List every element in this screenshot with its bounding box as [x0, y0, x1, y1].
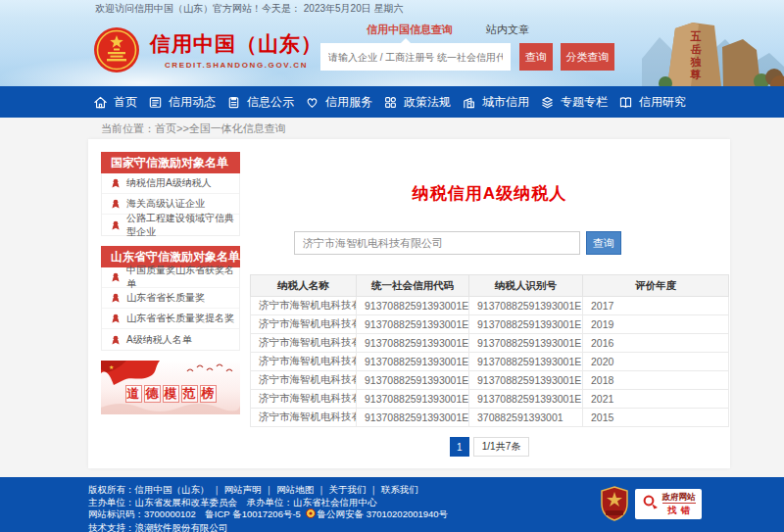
category-search-button[interactable]: 分类查询	[561, 43, 614, 71]
table-cell: 91370882591393001E	[469, 353, 583, 371]
nav-label: 政策法规	[404, 94, 451, 111]
header-search-button[interactable]: 查询	[519, 43, 553, 71]
site-header: 五 岳 独 尊 信用中国（山东） CREDIT.SHANDONG.GOV	[0, 18, 784, 86]
heart-icon	[305, 95, 319, 110]
nav-item-service[interactable]: 信用服务	[305, 94, 372, 111]
footer-separator: ｜	[265, 484, 273, 495]
nav-item-home[interactable]: 首页	[93, 94, 137, 111]
sidebar-link[interactable]: 纳税信用A级纳税人	[102, 173, 239, 194]
table-row: 济宁市海智机电科技有限公司91370882591393001E370882591…	[251, 409, 729, 427]
medal-icon	[111, 335, 121, 345]
column-header: 纳税人识别号	[469, 275, 583, 297]
table-cell: 济宁市海智机电科技有限公司	[251, 315, 357, 334]
search-tab-site-articles[interactable]: 站内文章	[486, 23, 529, 37]
sidebar-link[interactable]: 中国质量奖山东省获奖名单	[102, 267, 239, 288]
nav-item-city[interactable]: 城市信用	[462, 94, 529, 111]
site-domain: CREDIT.SHANDONG.GOV.CN	[150, 61, 322, 70]
moral-model-banner[interactable]: ★ 道德模范榜	[101, 361, 240, 414]
pagination: 1 1/1共7条	[250, 437, 729, 457]
medal-icon	[111, 220, 121, 230]
nav-item-news[interactable]: 信用动态	[148, 94, 216, 111]
table-row: 济宁市海智机电科技有限公司91370882591393001E913708825…	[251, 353, 729, 371]
copyright-text: 版权所有：信用中国（山东）	[88, 484, 210, 495]
footer-link[interactable]: 联系我们	[381, 484, 418, 495]
nav-item-policy[interactable]: 政策法规	[383, 94, 451, 111]
nav-item-research[interactable]: 信用研究	[618, 94, 686, 111]
government-shield-icon[interactable]	[600, 486, 629, 525]
company-search-input[interactable]	[294, 231, 580, 255]
footer-link[interactable]: 关于我们	[328, 484, 366, 495]
page-number-button[interactable]: 1	[450, 437, 469, 457]
icp-number: 鲁ICP 备10017206号-5	[205, 508, 301, 519]
table-cell: 济宁市海智机电科技有限公司	[251, 371, 357, 390]
page-title: 纳税信用A级纳税人	[250, 182, 729, 205]
main-nav: 首页信用动态信息公示信用服务政策法规城市信用专题专栏信用研究	[0, 86, 784, 118]
police-number: 鲁公网安备 37010202001940号	[318, 508, 449, 519]
footer-link[interactable]: 网站声明	[224, 484, 262, 495]
table-cell: 2016	[583, 334, 729, 353]
query-button[interactable]: 查询	[586, 231, 621, 255]
search-row: 查询 分类查询	[320, 43, 619, 71]
sidebar-link-label: A级纳税人名单	[126, 333, 192, 347]
table-cell: 91370882591393001E	[469, 390, 583, 409]
sidebar-link[interactable]: 山东省省长质量奖	[102, 288, 239, 309]
police-badge-icon	[306, 508, 316, 522]
breadcrumb-home-link[interactable]: 首页	[155, 122, 176, 134]
search-tabs: 信用中国信息查询站内文章	[320, 21, 619, 38]
header-search-input[interactable]	[320, 43, 511, 71]
brand[interactable]: 信用中国（山东） CREDIT.SHANDONG.GOV.CN	[93, 26, 322, 73]
nav-label: 城市信用	[482, 94, 529, 111]
table-cell: 2018	[583, 371, 729, 390]
content-region: 国家守信激励对象名单纳税信用A级纳税人海关高级认证企业公路工程建设领域守信典型企…	[0, 139, 784, 477]
nav-label: 信用动态	[169, 94, 216, 111]
sidebar-section-title-national-incentive: 国家守信激励对象名单	[101, 152, 240, 173]
footer-separator: ｜	[213, 484, 221, 495]
svg-text:★: ★	[109, 364, 114, 370]
sidebar-link[interactable]: 山东省省长质量奖提名奖	[102, 309, 239, 329]
table-cell: 91370882591393001E	[469, 315, 583, 334]
table-row: 济宁市海智机电科技有限公司91370882591393001E913708825…	[251, 297, 729, 315]
table-row: 济宁市海智机电科技有限公司91370882591393001E913708825…	[251, 371, 729, 390]
book-icon	[618, 95, 633, 110]
breadcrumb: 当前位置：首页>>全国一体化信息查询	[0, 118, 784, 139]
footer-link[interactable]: 网站地图	[276, 484, 314, 495]
footer-separator: ｜	[317, 484, 325, 495]
svg-text:五: 五	[690, 30, 702, 42]
site-code: 网站标识码：3700000102	[88, 508, 196, 519]
magnifier-icon	[642, 494, 659, 514]
column-header: 统一社会信用代码	[357, 275, 469, 297]
sidebar-link-label: 中国质量奖山东省获奖名单	[126, 264, 239, 291]
table-row: 济宁市海智机电科技有限公司91370882591393001E913708825…	[251, 334, 729, 353]
header-search-area: 信用中国信息查询站内文章 查询 分类查询	[320, 21, 619, 71]
footer-separator: ｜	[368, 484, 377, 495]
medal-icon	[111, 293, 121, 303]
company-query-row: 查询	[294, 231, 729, 255]
table-cell: 2019	[583, 315, 729, 334]
sidebar-link[interactable]: 公路工程建设领域守信典型企业	[102, 215, 239, 235]
table-cell: 济宁市海智机电科技有限公司	[251, 409, 357, 427]
sidebar-link-label: 山东省省长质量奖提名奖	[126, 312, 234, 325]
nav-item-special[interactable]: 专题专栏	[540, 94, 608, 111]
gov-website-error-badge[interactable]: 政府网站 找错	[635, 489, 702, 519]
table-cell: 91370882591393001E	[357, 409, 469, 427]
table-cell: 济宁市海智机电科技有限公司	[251, 353, 357, 371]
medal-icon	[111, 199, 121, 209]
banner-title: 道德模范榜	[101, 384, 240, 403]
table-cell: 370882591393001	[469, 409, 583, 427]
content-panel: 国家守信激励对象名单纳税信用A级纳税人海关高级认证企业公路工程建设领域守信典型企…	[88, 139, 730, 468]
gov-badge-text: 政府网站 找错	[662, 493, 696, 515]
sidebar-link-label: 纳税信用A级纳税人	[126, 176, 212, 190]
sidebar-link-label: 山东省省长质量奖	[126, 291, 205, 305]
breadcrumb-label: 当前位置：	[101, 122, 155, 134]
site-title: 信用中国（山东）	[150, 30, 322, 58]
sidebar-link[interactable]: A级纳税人名单	[102, 329, 239, 350]
column-header: 纳税人名称	[251, 275, 357, 297]
welcome-text: 欢迎访问信用中国（山东）官方网站！今天是： 2023年5月20日 星期六	[95, 3, 404, 14]
search-tab-credit-query[interactable]: 信用中国信息查询	[367, 23, 453, 37]
nav-item-disclosure[interactable]: 信息公示	[226, 94, 294, 111]
table-cell: 91370882591393001E	[357, 315, 469, 334]
table-cell: 91370882591393001E	[469, 371, 583, 390]
nav-label: 首页	[114, 94, 137, 111]
table-cell: 2020	[583, 353, 729, 371]
news-icon	[148, 95, 163, 110]
